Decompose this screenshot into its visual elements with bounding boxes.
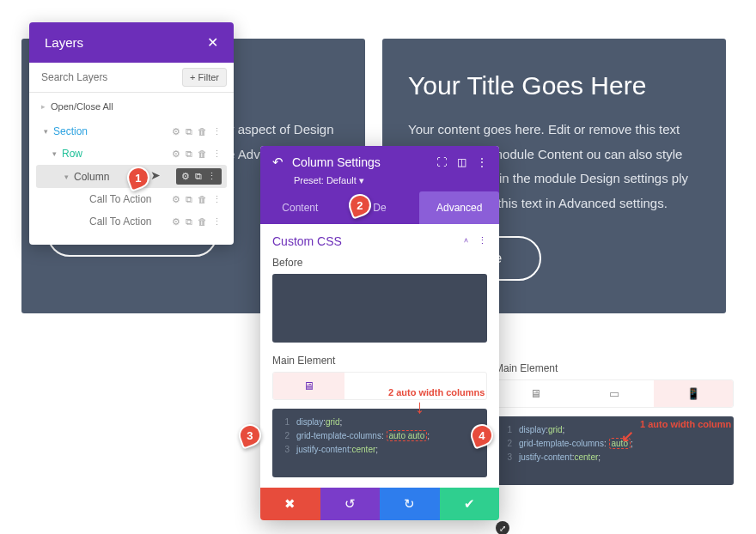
preset-selector[interactable]: Preset: Default ▾ xyxy=(294,175,487,186)
close-icon[interactable]: ✕ xyxy=(207,34,218,51)
card-title: Your Title Goes Here xyxy=(408,71,700,100)
arrow-right-icon: ↙ xyxy=(621,427,634,446)
annotation-label-1col: 1 auto width column xyxy=(640,419,731,429)
tree-label: Call To Action xyxy=(89,215,172,228)
chevron-down-icon[interactable]: ▾ xyxy=(41,127,50,136)
help-bubble-icon[interactable]: ⤢ xyxy=(496,521,509,534)
tree-label: Row xyxy=(62,148,172,160)
before-code-input[interactable] xyxy=(272,274,487,343)
gear-icon[interactable]: ⚙ xyxy=(172,216,180,228)
layers-header: Layers ✕ xyxy=(29,22,234,63)
save-button[interactable]: ✔ xyxy=(440,488,500,520)
trash-icon[interactable]: 🗑 xyxy=(198,126,207,137)
kebab-icon[interactable]: ⋮ xyxy=(212,126,222,137)
annotation-badge-2: 2 xyxy=(349,194,371,216)
copy-icon[interactable]: ⧉ xyxy=(186,194,192,205)
annotation-badge-1: 1 xyxy=(127,167,149,189)
gear-icon[interactable]: ⚙ xyxy=(181,171,190,182)
search-input[interactable] xyxy=(29,63,182,92)
annotation-badge-3: 3 xyxy=(239,424,261,446)
layers-panel: Layers ✕ + Filter Open/Close All ▾ Secti… xyxy=(29,22,234,245)
filter-label: Filter xyxy=(198,72,219,82)
copy-icon[interactable]: ⧉ xyxy=(186,149,192,160)
main-element-code-desktop[interactable]: 1display:grid; 2grid-template-columns: a… xyxy=(272,409,487,477)
trash-icon[interactable]: 🗑 xyxy=(198,149,207,160)
tree-actions: ⚙ ⧉ ⋮ xyxy=(176,168,222,185)
cancel-button[interactable]: ✖ xyxy=(260,488,320,520)
undo-button[interactable]: ↺ xyxy=(320,488,381,520)
open-close-all[interactable]: Open/Close All xyxy=(29,93,234,120)
arrow-down-icon: ↓ xyxy=(415,401,424,416)
layers-title: Layers xyxy=(45,35,83,50)
tree-actions: ⚙ ⧉ 🗑 ⋮ xyxy=(172,194,222,205)
device-tabs-2: 🖥 ▭ 📱 xyxy=(495,379,734,408)
modal-footer: ✖ ↺ ↻ ✔ xyxy=(260,488,499,520)
redo-button[interactable]: ↻ xyxy=(380,488,440,520)
tree-label: Call To Action xyxy=(89,193,172,205)
plus-icon: + xyxy=(190,72,195,82)
kebab-icon[interactable]: ⋮ xyxy=(212,149,222,160)
layers-search-row: + Filter xyxy=(29,63,234,93)
chevron-down-icon: ▾ xyxy=(359,175,364,185)
trash-icon[interactable]: 🗑 xyxy=(198,194,207,205)
modal-tabs: Content De Advanced xyxy=(260,191,499,224)
kebab-icon[interactable]: ⋮ xyxy=(207,171,216,182)
panel-icon[interactable]: ◫ xyxy=(457,156,466,168)
tree-actions: ⚙ ⧉ 🗑 ⋮ xyxy=(172,216,222,228)
tree-module[interactable]: Call To Action ⚙ ⧉ 🗑 ⋮ xyxy=(36,188,227,210)
tree-section[interactable]: ▾ Section ⚙ ⧉ 🗑 ⋮ xyxy=(36,120,227,143)
main-element-label-2: Main Element xyxy=(495,362,734,374)
gear-icon[interactable]: ⚙ xyxy=(172,126,180,137)
gear-icon[interactable]: ⚙ xyxy=(172,194,180,205)
tree-label: Column xyxy=(74,171,176,183)
collapse-icon[interactable]: ＾ xyxy=(461,235,471,248)
tree-actions: ⚙ ⧉ 🗑 ⋮ xyxy=(172,126,222,137)
modal-body: Custom CSS ＾ ⋮ Before Main Element 🖥 1di… xyxy=(260,224,499,488)
tree-actions: ⚙ ⧉ 🗑 ⋮ xyxy=(172,149,222,160)
section-custom-css[interactable]: Custom CSS xyxy=(272,234,342,248)
kebab-icon[interactable]: ⋮ xyxy=(212,216,222,228)
gear-icon[interactable]: ⚙ xyxy=(172,149,180,160)
trash-icon[interactable]: 🗑 xyxy=(198,216,207,228)
desktop-tab[interactable]: 🖥 xyxy=(273,373,344,399)
desktop-tab[interactable]: 🖥 xyxy=(496,380,575,407)
annotation-label-2col: 2 auto width columns xyxy=(388,387,485,397)
kebab-icon[interactable]: ⋮ xyxy=(212,194,222,205)
chevron-down-icon[interactable]: ▾ xyxy=(62,173,70,181)
modal-header: ↶ Column Settings ⛶ ◫ ⋮ Preset: Default … xyxy=(260,146,499,191)
tree-row[interactable]: ▾ Row ⚙ ⧉ 🗑 ⋮ xyxy=(36,143,227,165)
kebab-icon[interactable]: ⋮ xyxy=(478,235,487,248)
column-settings-modal: ↶ Column Settings ⛶ ◫ ⋮ Preset: Default … xyxy=(260,146,499,520)
copy-icon[interactable]: ⧉ xyxy=(186,216,192,228)
before-label: Before xyxy=(272,257,487,269)
phone-tab[interactable]: 📱 xyxy=(654,380,733,407)
expand-icon[interactable]: ⛶ xyxy=(436,156,447,168)
tree-label: Section xyxy=(53,125,172,137)
copy-icon[interactable]: ⧉ xyxy=(186,126,192,137)
tablet-tab[interactable]: ▭ xyxy=(575,380,654,407)
filter-button[interactable]: + Filter xyxy=(182,68,227,87)
copy-icon[interactable]: ⧉ xyxy=(195,171,202,182)
kebab-icon[interactable]: ⋮ xyxy=(477,156,487,168)
cursor-arrow-icon: ➤ xyxy=(150,168,161,182)
back-arrow-icon[interactable]: ↶ xyxy=(272,155,284,170)
modal-title: Column Settings xyxy=(292,155,428,169)
main-element-label: Main Element xyxy=(272,355,487,367)
annotation-badge-4: 4 xyxy=(471,424,493,446)
tree-module[interactable]: Call To Action ⚙ ⧉ 🗑 ⋮ xyxy=(36,210,227,233)
chevron-down-icon[interactable]: ▾ xyxy=(50,149,58,158)
tab-advanced[interactable]: Advanced xyxy=(419,191,499,224)
tab-content[interactable]: Content xyxy=(260,191,340,224)
